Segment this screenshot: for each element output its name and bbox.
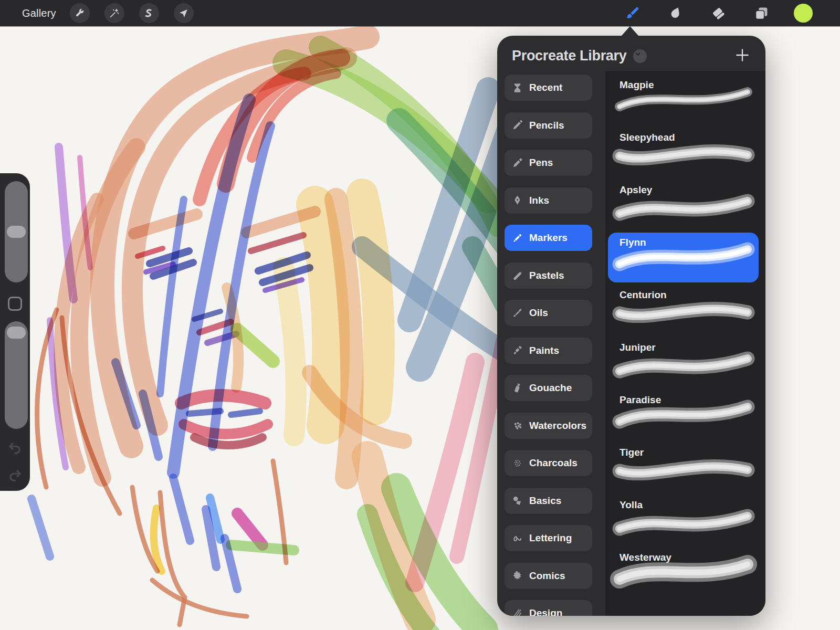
marker-icon xyxy=(511,232,523,244)
pencil-icon xyxy=(511,119,523,131)
category-label: Charcoals xyxy=(529,457,578,469)
design-lines-icon xyxy=(511,607,523,616)
chevron-down-icon xyxy=(633,49,647,63)
gouache-tube-icon xyxy=(511,382,523,394)
smudge-tool-button[interactable] xyxy=(665,3,686,24)
category-label: Gouache xyxy=(529,382,572,394)
library-dropdown-button[interactable] xyxy=(633,49,647,63)
lettering-icon xyxy=(511,532,523,544)
transform-button[interactable] xyxy=(174,3,194,23)
brush-name: Paradise xyxy=(620,394,661,406)
lettering-icon xyxy=(511,532,523,544)
brush-centurion[interactable]: Centurion xyxy=(608,285,759,335)
category-paints[interactable]: Paints xyxy=(505,338,592,364)
watercolor-dots-icon xyxy=(511,419,523,432)
design-lines-icon xyxy=(511,607,523,616)
category-label: Recent xyxy=(529,82,562,93)
brush-list: Magpie Sleepyhead Apsley Flynn xyxy=(608,75,759,600)
brush-juniper[interactable]: Juniper xyxy=(608,338,759,387)
panel-title: Procreate Library xyxy=(512,48,627,64)
category-recent[interactable]: Recent xyxy=(505,75,592,101)
brush-library-panel: Procreate Library Recent Pencils Pens In… xyxy=(497,36,765,616)
category-label: Watercolors xyxy=(529,420,586,432)
category-label: Paints xyxy=(529,345,559,356)
category-comics[interactable]: Comics xyxy=(505,563,592,589)
brush-sleepyhead[interactable]: Sleepyhead xyxy=(608,128,759,177)
category-lettering[interactable]: Lettering xyxy=(505,525,592,551)
category-design[interactable]: Design xyxy=(505,600,592,616)
sidebar-tool-rail xyxy=(0,173,30,491)
oil-brush-icon xyxy=(511,307,523,319)
opacity-slider[interactable] xyxy=(5,321,28,429)
brush-tiger[interactable]: Tiger xyxy=(608,443,759,492)
selection-button[interactable] xyxy=(139,3,159,23)
plus-icon xyxy=(734,47,751,64)
active-color-swatch[interactable] xyxy=(794,4,813,23)
paintbrush-icon xyxy=(624,5,640,22)
category-label: Pens xyxy=(529,157,553,169)
category-pencils[interactable]: Pencils xyxy=(505,112,592,139)
brush-magpie[interactable]: Magpie xyxy=(608,75,759,125)
redo-icon xyxy=(7,467,23,484)
selection-s-icon xyxy=(143,8,154,19)
brush-apsley[interactable]: Apsley xyxy=(608,180,759,230)
paint-brush-icon xyxy=(511,344,523,356)
brush-name: Yolla xyxy=(620,499,643,511)
eraser-icon xyxy=(710,5,727,22)
brush-name: Tiger xyxy=(620,447,644,458)
modify-button[interactable] xyxy=(8,297,22,311)
transform-arrow-icon xyxy=(178,8,189,19)
category-gouache[interactable]: Gouache xyxy=(505,375,592,401)
gouache-tube-icon xyxy=(511,382,523,394)
wrench-icon xyxy=(74,8,85,19)
actions-button[interactable] xyxy=(70,3,90,23)
category-pastels[interactable]: Pastels xyxy=(505,262,592,289)
category-label: Pencils xyxy=(529,120,564,131)
brush-name: Magpie xyxy=(620,79,654,91)
brush-yolla[interactable]: Yolla xyxy=(608,495,759,545)
erase-tool-button[interactable] xyxy=(708,3,729,24)
basics-shapes-icon xyxy=(511,495,523,507)
add-brush-button[interactable] xyxy=(734,47,753,66)
brush-category-list: Recent Pencils Pens Inks Markers Pastels… xyxy=(505,75,592,616)
category-pens[interactable]: Pens xyxy=(505,150,592,176)
paint-tool-button[interactable] xyxy=(622,3,643,24)
redo-button[interactable] xyxy=(7,467,23,484)
brush-paradise[interactable]: Paradise xyxy=(608,390,759,440)
category-markers[interactable]: Markers xyxy=(505,225,592,251)
brush-name: Centurion xyxy=(620,289,667,301)
comics-burst-icon xyxy=(511,570,523,582)
brush-westerway[interactable]: Westerway xyxy=(608,548,759,597)
marker-icon xyxy=(511,232,523,244)
watercolor-dots-icon xyxy=(511,419,523,432)
opacity-slider-thumb[interactable] xyxy=(7,327,26,339)
brush-size-slider-thumb[interactable] xyxy=(7,226,26,238)
category-label: Design xyxy=(529,607,562,616)
category-basics[interactable]: Basics xyxy=(505,488,592,514)
comics-burst-icon xyxy=(511,570,523,582)
brush-name: Apsley xyxy=(620,184,652,196)
toolbar-left-group: Gallery xyxy=(22,0,208,26)
oil-brush-icon xyxy=(511,307,523,319)
category-watercolors[interactable]: Watercolors xyxy=(505,413,592,439)
chevron-down-icon xyxy=(633,49,643,59)
category-inks[interactable]: Inks xyxy=(505,187,592,214)
adjustments-button[interactable] xyxy=(104,3,124,23)
brush-flynn[interactable]: Flynn xyxy=(608,233,759,282)
pen-icon xyxy=(511,157,523,169)
ink-nib-icon xyxy=(511,194,523,206)
toolbar-right-group xyxy=(622,0,813,26)
charcoal-dots-icon xyxy=(511,457,523,469)
category-charcoals[interactable]: Charcoals xyxy=(505,450,592,476)
brush-size-slider[interactable] xyxy=(5,181,28,282)
category-oils[interactable]: Oils xyxy=(505,300,592,326)
panel-header: Procreate Library xyxy=(497,36,765,71)
undo-icon xyxy=(7,440,23,456)
recent-icon xyxy=(511,82,523,94)
layers-tool-button[interactable] xyxy=(751,3,772,24)
gallery-button[interactable]: Gallery xyxy=(22,7,56,19)
brush-name: Flynn xyxy=(620,237,646,248)
basics-shapes-icon xyxy=(511,495,523,507)
undo-icon xyxy=(7,440,23,456)
undo-button[interactable] xyxy=(7,440,23,456)
